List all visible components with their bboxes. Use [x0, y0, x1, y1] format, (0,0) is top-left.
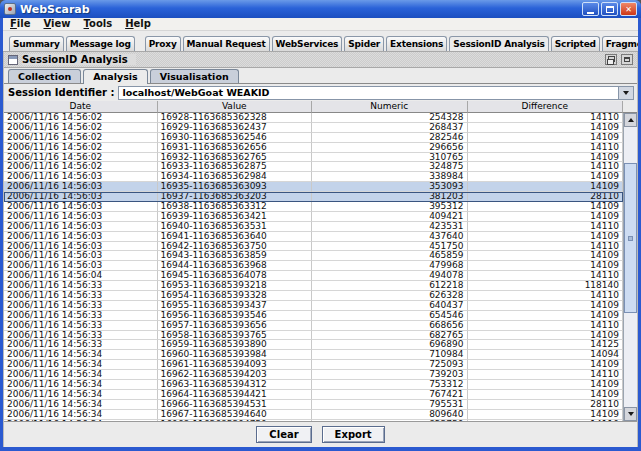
- analysis-tab[interactable]: Analysis: [83, 69, 148, 84]
- table-row[interactable]: 2006/11/16 14:56:03 16937-1163685363203 …: [4, 192, 623, 202]
- window-title: WebScarab: [20, 3, 578, 16]
- cell-difference: 14109: [468, 123, 624, 133]
- cell-date: 2006/11/16 14:56:34: [4, 410, 158, 420]
- table-row[interactable]: 2006/11/16 14:56:03 16939-1163685363421 …: [4, 212, 623, 222]
- maximize-icon[interactable]: [621, 54, 633, 65]
- cell-value: 16932-1163685362765: [158, 153, 313, 163]
- table-row[interactable]: 2006/11/16 14:56:33 16957-1163685393656 …: [4, 321, 623, 331]
- export-button[interactable]: Export: [322, 426, 385, 443]
- table-row[interactable]: 2006/11/16 14:56:03 16934-1163685362984 …: [4, 172, 623, 182]
- session-identifier-combobox[interactable]: localhost/WebGoat WEAKID: [118, 86, 634, 100]
- table-row[interactable]: 2006/11/16 14:56:34 16963-1163685394312 …: [4, 380, 623, 390]
- main-tab[interactable]: Summary: [9, 36, 64, 51]
- cell-difference: 14109: [468, 232, 624, 242]
- table-row[interactable]: 2006/11/16 14:56:03 16943-1163685363859 …: [4, 251, 623, 261]
- table-row[interactable]: 2006/11/16 14:56:04 16945-1163685364078 …: [4, 271, 623, 281]
- main-tab[interactable]: Spider: [344, 36, 384, 51]
- cell-date: 2006/11/16 14:56:34: [4, 370, 158, 380]
- cell-numeric: 696890: [312, 340, 468, 350]
- cell-value: 16955-1163685393437: [158, 301, 313, 311]
- table-row[interactable]: 2006/11/16 14:56:34 16964-1163685394421 …: [4, 390, 623, 400]
- cell-date: 2006/11/16 14:56:33: [4, 291, 158, 301]
- cell-numeric: 767421: [312, 390, 468, 400]
- scroll-up-button[interactable]: [624, 113, 637, 127]
- column-header[interactable]: Value: [158, 101, 313, 113]
- main-tab[interactable]: SessionID Analysis: [449, 36, 549, 51]
- table-row[interactable]: 2006/11/16 14:56:03 16942-1163685363750 …: [4, 242, 623, 252]
- scrollbar-track[interactable]: [624, 127, 637, 407]
- main-tab[interactable]: Extensions: [386, 36, 447, 51]
- cell-numeric: 296656: [312, 143, 468, 153]
- vertical-scrollbar[interactable]: [623, 113, 637, 421]
- menu-item[interactable]: Help: [125, 18, 151, 30]
- internal-frame-icon: [8, 55, 18, 65]
- app-body: FileViewToolsHelp SummaryMessage logProx…: [3, 18, 638, 447]
- table-row[interactable]: 2006/11/16 14:56:02 16933-1163685362875 …: [4, 162, 623, 172]
- cell-value: 16937-1163685363203: [158, 192, 313, 202]
- table-row[interactable]: 2006/11/16 14:56:34 16961-1163685394093 …: [4, 360, 623, 370]
- column-header[interactable]: Numeric: [312, 101, 468, 113]
- table-row[interactable]: 2006/11/16 14:56:33 16953-1163685393218 …: [4, 281, 623, 291]
- cell-numeric: 479968: [312, 261, 468, 271]
- cell-numeric: 654546: [312, 311, 468, 321]
- menu-item[interactable]: View: [43, 18, 70, 30]
- cell-value: 16960-1163685393984: [158, 350, 313, 360]
- internal-frame-titlebar[interactable]: SessionID Analysis: [4, 52, 637, 68]
- restore-icon[interactable]: [605, 54, 617, 65]
- table-row[interactable]: 2006/11/16 14:56:34 16967-1163685394640 …: [4, 410, 623, 420]
- table-row[interactable]: 2006/11/16 14:56:34 16966-1163685394531 …: [4, 400, 623, 410]
- cell-value: 16953-1163685393218: [158, 281, 313, 291]
- table-row[interactable]: 2006/11/16 14:56:02 16932-1163685362765 …: [4, 153, 623, 163]
- main-tab[interactable]: WebServices: [272, 36, 343, 51]
- table-row[interactable]: 2006/11/16 14:56:02 16930-1163685362546 …: [4, 133, 623, 143]
- close-button-icon[interactable]: ✕: [620, 2, 637, 16]
- cell-difference: 14109: [468, 212, 624, 222]
- menu-item[interactable]: Tools: [84, 18, 113, 30]
- session-identifier-value: localhost/WebGoat WEAKID: [119, 87, 618, 99]
- combo-dropdown-button[interactable]: [618, 87, 633, 99]
- table-row[interactable]: 2006/11/16 14:56:33 16958-1163685393765 …: [4, 331, 623, 341]
- table-row[interactable]: 2006/11/16 14:56:03 16938-1163685363312 …: [4, 202, 623, 212]
- cell-date: 2006/11/16 14:56:34: [4, 360, 158, 370]
- cell-numeric: 668656: [312, 321, 468, 331]
- cell-difference: 14094: [468, 350, 624, 360]
- table-row[interactable]: 2006/11/16 14:56:33 16956-1163685393546 …: [4, 311, 623, 321]
- title-bar[interactable]: WebScarab ✕: [0, 0, 641, 18]
- main-tab[interactable]: Proxy: [145, 36, 181, 51]
- cell-numeric: 409421: [312, 212, 468, 222]
- analysis-tab[interactable]: Visualisation: [150, 69, 239, 83]
- main-tab[interactable]: Fragments: [602, 36, 638, 51]
- column-header[interactable]: Date: [4, 101, 158, 113]
- chevron-down-icon: [623, 91, 629, 95]
- cell-difference: 14125: [468, 340, 624, 350]
- table-row[interactable]: 2006/11/16 14:56:02 16928-1163685362328 …: [4, 113, 623, 123]
- main-tab[interactable]: Manual Request: [183, 36, 270, 51]
- minimize-button-icon[interactable]: [582, 2, 599, 16]
- column-header[interactable]: Difference: [468, 101, 624, 113]
- cell-numeric: 626328: [312, 291, 468, 301]
- table-row[interactable]: 2006/11/16 14:56:03 16940-1163685363531 …: [4, 222, 623, 232]
- scrollbar-thumb[interactable]: [624, 163, 637, 313]
- table-row[interactable]: 2006/11/16 14:56:34 16960-1163685393984 …: [4, 350, 623, 360]
- table-row[interactable]: 2006/11/16 14:56:03 16944-1163685363968 …: [4, 261, 623, 271]
- menu-item[interactable]: File: [10, 18, 30, 30]
- table-row[interactable]: 2006/11/16 14:56:03 16941-1163685363640 …: [4, 232, 623, 242]
- table-row[interactable]: 2006/11/16 14:56:02 16931-1163685362656 …: [4, 143, 623, 153]
- table-row[interactable]: 2006/11/16 14:56:34 16962-1163685394203 …: [4, 370, 623, 380]
- cell-numeric: 795531: [312, 400, 468, 410]
- table-row[interactable]: 2006/11/16 14:56:33 16954-1163685393328 …: [4, 291, 623, 301]
- main-tab[interactable]: Message log: [66, 36, 135, 51]
- maximize-button-icon[interactable]: [601, 2, 618, 16]
- table-row[interactable]: 2006/11/16 14:56:02 16929-1163685362437 …: [4, 123, 623, 133]
- analysis-tab[interactable]: Collection: [8, 69, 81, 83]
- table-row[interactable]: 2006/11/16 14:56:33 16959-1163685393890 …: [4, 340, 623, 350]
- cell-date: 2006/11/16 14:56:33: [4, 311, 158, 321]
- main-tab[interactable]: Scripted: [551, 36, 600, 51]
- cell-difference: 14109: [468, 380, 624, 390]
- clear-button[interactable]: Clear: [256, 426, 311, 443]
- scroll-down-button[interactable]: [624, 407, 637, 421]
- cell-date: 2006/11/16 14:56:34: [4, 380, 158, 390]
- table-row[interactable]: 2006/11/16 14:56:03 16935-1163685363093 …: [4, 182, 623, 192]
- table-row[interactable]: 2006/11/16 14:56:33 16955-1163685393437 …: [4, 301, 623, 311]
- cell-numeric: 451750: [312, 242, 468, 252]
